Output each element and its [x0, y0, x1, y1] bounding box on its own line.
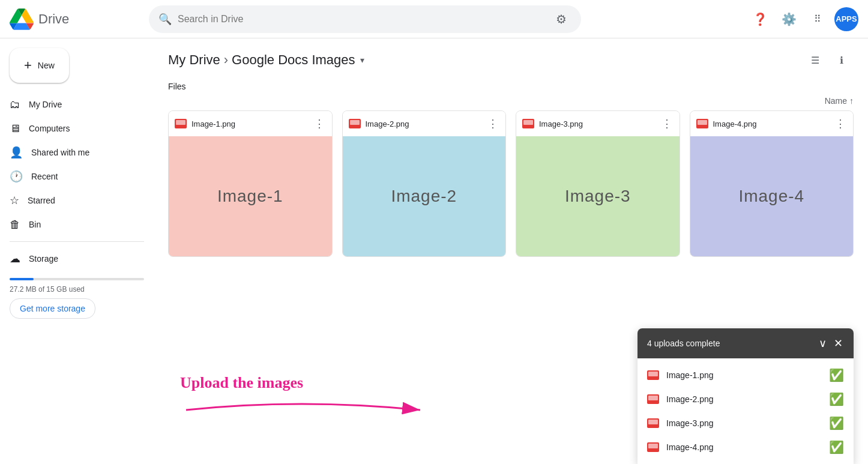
recent-icon: 🕐: [10, 170, 23, 183]
file-card-header: Image-4.png ⋮: [690, 111, 854, 136]
logo-area: Drive: [10, 7, 142, 31]
sidebar-divider: [10, 241, 144, 242]
sidebar-item-label: Shared with me: [31, 148, 89, 157]
storage-text: 27.2 MB of 15 GB used: [10, 285, 144, 294]
upload-check-icon: ✅: [829, 368, 844, 382]
file-more-button[interactable]: ⋮: [660, 116, 674, 131]
starred-icon: ☆: [10, 194, 19, 207]
files-header: Files: [154, 77, 868, 96]
file-name: Image-3.png: [539, 119, 583, 128]
upload-file-icon: [647, 394, 659, 404]
upload-file-name: Image-2.png: [666, 394, 822, 404]
apps-button[interactable]: ⠿: [806, 7, 830, 31]
file-more-button[interactable]: ⋮: [313, 116, 326, 131]
sidebar-item-bin[interactable]: 🗑 Bin: [0, 212, 144, 237]
upload-file-name: Image-1.png: [666, 370, 822, 380]
file-more-button[interactable]: ⋮: [486, 116, 499, 131]
sidebar-item-recent[interactable]: 🕐 Recent: [0, 164, 144, 188]
sidebar-item-label: Storage: [29, 254, 58, 264]
upload-item: Image-2.png ✅: [637, 387, 854, 411]
file-card-header: Image-2.png ⋮: [343, 111, 506, 136]
sort-button[interactable]: Name ↑: [825, 96, 854, 106]
upload-close-button[interactable]: ✕: [833, 336, 844, 351]
storage-bar-bg: [10, 278, 144, 280]
upload-check-icon: ✅: [829, 440, 844, 454]
breadcrumb-bar: My Drive › Google Docs Images ▾ ☰ ℹ: [154, 38, 868, 77]
sidebar-nav: 🗂 My Drive 🖥 Computers 👤 Shared with me …: [0, 92, 154, 237]
search-input[interactable]: [178, 14, 545, 25]
breadcrumb: My Drive › Google Docs Images ▾: [168, 52, 364, 68]
sort-bar: Name ↑: [154, 96, 868, 110]
sidebar: + New 🗂 My Drive 🖥 Computers 👤 Shared wi…: [0, 38, 154, 464]
plus-icon: +: [24, 58, 32, 73]
file-card-header-left: Image-1.png: [175, 119, 235, 128]
file-name: Image-4.png: [713, 119, 757, 128]
file-type-icon: [175, 119, 187, 128]
upload-header: 4 uploads complete ∨ ✕: [637, 328, 854, 358]
view-toggle-button[interactable]: ☰: [803, 48, 827, 72]
sidebar-item-label: Starred: [28, 196, 55, 205]
upload-check-icon: ✅: [829, 392, 844, 406]
filter-icon[interactable]: ⚙: [551, 10, 571, 29]
help-button[interactable]: ❓: [748, 7, 772, 31]
upload-controls: ∨ ✕: [818, 336, 844, 351]
sidebar-item-label: Computers: [29, 124, 70, 133]
app-title: Drive: [38, 11, 69, 27]
sidebar-item-shared[interactable]: 👤 Shared with me: [0, 140, 144, 164]
upload-file-name: Image-3.png: [666, 418, 822, 428]
bin-icon: 🗑: [10, 218, 20, 231]
file-card[interactable]: Image-1.png ⋮ Image-1: [168, 110, 333, 257]
file-name: Image-1.png: [191, 119, 235, 128]
file-type-icon: [349, 119, 361, 128]
topbar: Drive 🔍 ⚙ ❓ ⚙️ ⠿ APPS: [0, 0, 868, 38]
breadcrumb-parent[interactable]: My Drive: [168, 52, 220, 68]
info-button[interactable]: ℹ: [830, 48, 854, 72]
file-card[interactable]: Image-3.png ⋮ Image-3: [516, 110, 680, 257]
storage-bar-fill: [10, 278, 34, 280]
shared-icon: 👤: [10, 146, 23, 159]
upload-check-icon: ✅: [829, 416, 844, 430]
search-icon: 🔍: [158, 13, 172, 26]
sidebar-item-computers[interactable]: 🖥 Computers: [0, 116, 144, 140]
sidebar-item-label: My Drive: [29, 100, 62, 109]
file-preview: Image-4: [690, 136, 854, 256]
upload-file-icon: [647, 418, 659, 428]
new-button-label: New: [38, 61, 55, 70]
new-button[interactable]: + New: [10, 48, 69, 83]
upload-title: 4 uploads complete: [647, 339, 720, 348]
file-card[interactable]: Image-4.png ⋮ Image-4: [690, 110, 854, 257]
file-preview: Image-3: [516, 136, 680, 256]
sidebar-item-my-drive[interactable]: 🗂 My Drive: [0, 92, 144, 116]
upload-items: Image-1.png ✅ Image-2.png ✅ Image-3.png …: [637, 358, 854, 464]
avatar[interactable]: APPS: [834, 7, 858, 31]
sort-direction-icon: ↑: [849, 96, 854, 106]
upload-file-icon: [647, 370, 659, 380]
get-storage-button[interactable]: Get more storage: [10, 298, 95, 319]
drive-logo-icon: [10, 7, 34, 31]
file-preview: Image-2: [343, 136, 506, 256]
file-type-icon: [522, 119, 534, 128]
file-more-button[interactable]: ⋮: [834, 116, 847, 131]
upload-collapse-button[interactable]: ∨: [818, 336, 828, 351]
files-grid: Image-1.png ⋮ Image-1 Image-2.png ⋮ Imag…: [154, 110, 868, 271]
upload-item: Image-1.png ✅: [637, 363, 854, 387]
upload-panel: 4 uploads complete ∨ ✕ Image-1.png ✅ Ima…: [637, 328, 854, 464]
sidebar-item-storage[interactable]: ☁ Storage: [0, 247, 144, 271]
file-card-header: Image-1.png ⋮: [169, 111, 332, 136]
upload-item: Image-4.png ✅: [637, 435, 854, 459]
upload-file-name: Image-4.png: [666, 442, 822, 452]
topbar-right: ❓ ⚙️ ⠿ APPS: [748, 7, 858, 31]
upload-file-icon: [647, 442, 659, 452]
settings-button[interactable]: ⚙️: [777, 7, 801, 31]
my-drive-icon: 🗂: [10, 98, 20, 111]
file-card[interactable]: Image-2.png ⋮ Image-2: [342, 110, 507, 257]
file-card-header: Image-3.png ⋮: [516, 111, 680, 136]
sort-label: Name: [825, 96, 847, 106]
search-bar[interactable]: 🔍 ⚙: [149, 5, 581, 33]
sidebar-item-starred[interactable]: ☆ Starred: [0, 188, 144, 212]
sidebar-item-label: Bin: [29, 220, 41, 229]
storage-bar-wrap: 27.2 MB of 15 GB used Get more storage: [0, 271, 154, 326]
file-card-header-left: Image-4.png: [696, 119, 757, 128]
breadcrumb-dropdown-icon[interactable]: ▾: [360, 55, 364, 65]
breadcrumb-actions: ☰ ℹ: [803, 48, 854, 72]
